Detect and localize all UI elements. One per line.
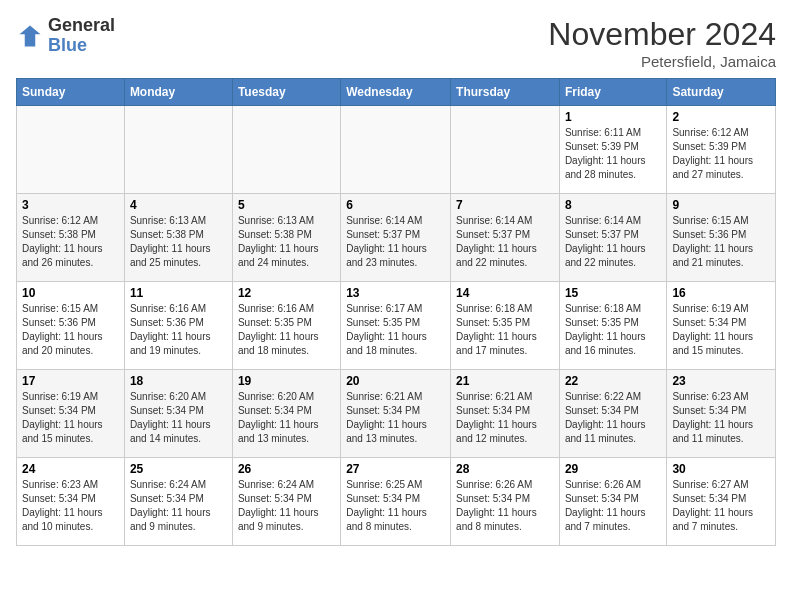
day-cell: 26Sunrise: 6:24 AM Sunset: 5:34 PM Dayli…	[232, 458, 340, 546]
day-info: Sunrise: 6:23 AM Sunset: 5:34 PM Dayligh…	[672, 390, 770, 446]
day-info: Sunrise: 6:19 AM Sunset: 5:34 PM Dayligh…	[672, 302, 770, 358]
day-info: Sunrise: 6:26 AM Sunset: 5:34 PM Dayligh…	[565, 478, 661, 534]
header-cell-monday: Monday	[124, 79, 232, 106]
day-number: 13	[346, 286, 445, 300]
day-cell: 15Sunrise: 6:18 AM Sunset: 5:35 PM Dayli…	[559, 282, 666, 370]
day-cell: 16Sunrise: 6:19 AM Sunset: 5:34 PM Dayli…	[667, 282, 776, 370]
day-info: Sunrise: 6:14 AM Sunset: 5:37 PM Dayligh…	[565, 214, 661, 270]
day-cell: 14Sunrise: 6:18 AM Sunset: 5:35 PM Dayli…	[451, 282, 560, 370]
day-info: Sunrise: 6:20 AM Sunset: 5:34 PM Dayligh…	[238, 390, 335, 446]
day-cell: 17Sunrise: 6:19 AM Sunset: 5:34 PM Dayli…	[17, 370, 125, 458]
day-cell: 9Sunrise: 6:15 AM Sunset: 5:36 PM Daylig…	[667, 194, 776, 282]
day-cell: 13Sunrise: 6:17 AM Sunset: 5:35 PM Dayli…	[341, 282, 451, 370]
day-info: Sunrise: 6:22 AM Sunset: 5:34 PM Dayligh…	[565, 390, 661, 446]
title-block: November 2024 Petersfield, Jamaica	[548, 16, 776, 70]
day-info: Sunrise: 6:15 AM Sunset: 5:36 PM Dayligh…	[22, 302, 119, 358]
day-cell: 23Sunrise: 6:23 AM Sunset: 5:34 PM Dayli…	[667, 370, 776, 458]
day-cell: 12Sunrise: 6:16 AM Sunset: 5:35 PM Dayli…	[232, 282, 340, 370]
day-info: Sunrise: 6:17 AM Sunset: 5:35 PM Dayligh…	[346, 302, 445, 358]
day-number: 3	[22, 198, 119, 212]
header-cell-wednesday: Wednesday	[341, 79, 451, 106]
day-info: Sunrise: 6:12 AM Sunset: 5:38 PM Dayligh…	[22, 214, 119, 270]
day-cell: 21Sunrise: 6:21 AM Sunset: 5:34 PM Dayli…	[451, 370, 560, 458]
day-cell	[17, 106, 125, 194]
header-cell-saturday: Saturday	[667, 79, 776, 106]
day-number: 18	[130, 374, 227, 388]
day-number: 14	[456, 286, 554, 300]
day-number: 19	[238, 374, 335, 388]
header-cell-tuesday: Tuesday	[232, 79, 340, 106]
day-info: Sunrise: 6:11 AM Sunset: 5:39 PM Dayligh…	[565, 126, 661, 182]
day-cell: 22Sunrise: 6:22 AM Sunset: 5:34 PM Dayli…	[559, 370, 666, 458]
day-number: 9	[672, 198, 770, 212]
day-cell	[451, 106, 560, 194]
day-number: 21	[456, 374, 554, 388]
day-info: Sunrise: 6:13 AM Sunset: 5:38 PM Dayligh…	[130, 214, 227, 270]
day-cell: 19Sunrise: 6:20 AM Sunset: 5:34 PM Dayli…	[232, 370, 340, 458]
day-cell	[124, 106, 232, 194]
logo-icon	[16, 22, 44, 50]
day-cell: 25Sunrise: 6:24 AM Sunset: 5:34 PM Dayli…	[124, 458, 232, 546]
day-cell: 7Sunrise: 6:14 AM Sunset: 5:37 PM Daylig…	[451, 194, 560, 282]
day-cell: 29Sunrise: 6:26 AM Sunset: 5:34 PM Dayli…	[559, 458, 666, 546]
day-info: Sunrise: 6:26 AM Sunset: 5:34 PM Dayligh…	[456, 478, 554, 534]
day-number: 5	[238, 198, 335, 212]
calendar-body: 1Sunrise: 6:11 AM Sunset: 5:39 PM Daylig…	[17, 106, 776, 546]
day-number: 30	[672, 462, 770, 476]
day-cell: 27Sunrise: 6:25 AM Sunset: 5:34 PM Dayli…	[341, 458, 451, 546]
day-cell	[232, 106, 340, 194]
day-info: Sunrise: 6:20 AM Sunset: 5:34 PM Dayligh…	[130, 390, 227, 446]
day-number: 15	[565, 286, 661, 300]
day-number: 24	[22, 462, 119, 476]
location: Petersfield, Jamaica	[548, 53, 776, 70]
week-row-3: 10Sunrise: 6:15 AM Sunset: 5:36 PM Dayli…	[17, 282, 776, 370]
day-number: 23	[672, 374, 770, 388]
day-number: 20	[346, 374, 445, 388]
day-info: Sunrise: 6:25 AM Sunset: 5:34 PM Dayligh…	[346, 478, 445, 534]
day-number: 26	[238, 462, 335, 476]
logo-general: General	[48, 15, 115, 35]
day-info: Sunrise: 6:24 AM Sunset: 5:34 PM Dayligh…	[130, 478, 227, 534]
day-number: 1	[565, 110, 661, 124]
day-cell: 18Sunrise: 6:20 AM Sunset: 5:34 PM Dayli…	[124, 370, 232, 458]
day-number: 8	[565, 198, 661, 212]
day-cell: 3Sunrise: 6:12 AM Sunset: 5:38 PM Daylig…	[17, 194, 125, 282]
week-row-5: 24Sunrise: 6:23 AM Sunset: 5:34 PM Dayli…	[17, 458, 776, 546]
day-number: 17	[22, 374, 119, 388]
day-number: 25	[130, 462, 227, 476]
day-info: Sunrise: 6:18 AM Sunset: 5:35 PM Dayligh…	[456, 302, 554, 358]
header-cell-thursday: Thursday	[451, 79, 560, 106]
day-info: Sunrise: 6:16 AM Sunset: 5:35 PM Dayligh…	[238, 302, 335, 358]
day-cell: 28Sunrise: 6:26 AM Sunset: 5:34 PM Dayli…	[451, 458, 560, 546]
day-info: Sunrise: 6:13 AM Sunset: 5:38 PM Dayligh…	[238, 214, 335, 270]
header-cell-sunday: Sunday	[17, 79, 125, 106]
day-number: 29	[565, 462, 661, 476]
day-cell: 11Sunrise: 6:16 AM Sunset: 5:36 PM Dayli…	[124, 282, 232, 370]
page-header: General Blue November 2024 Petersfield, …	[16, 16, 776, 70]
day-info: Sunrise: 6:27 AM Sunset: 5:34 PM Dayligh…	[672, 478, 770, 534]
day-info: Sunrise: 6:15 AM Sunset: 5:36 PM Dayligh…	[672, 214, 770, 270]
day-cell: 24Sunrise: 6:23 AM Sunset: 5:34 PM Dayli…	[17, 458, 125, 546]
day-number: 27	[346, 462, 445, 476]
day-number: 2	[672, 110, 770, 124]
week-row-1: 1Sunrise: 6:11 AM Sunset: 5:39 PM Daylig…	[17, 106, 776, 194]
day-info: Sunrise: 6:23 AM Sunset: 5:34 PM Dayligh…	[22, 478, 119, 534]
month-title: November 2024	[548, 16, 776, 53]
day-number: 6	[346, 198, 445, 212]
day-number: 22	[565, 374, 661, 388]
day-info: Sunrise: 6:14 AM Sunset: 5:37 PM Dayligh…	[456, 214, 554, 270]
day-cell: 4Sunrise: 6:13 AM Sunset: 5:38 PM Daylig…	[124, 194, 232, 282]
day-cell	[341, 106, 451, 194]
day-cell: 1Sunrise: 6:11 AM Sunset: 5:39 PM Daylig…	[559, 106, 666, 194]
day-cell: 20Sunrise: 6:21 AM Sunset: 5:34 PM Dayli…	[341, 370, 451, 458]
day-number: 16	[672, 286, 770, 300]
day-number: 10	[22, 286, 119, 300]
day-number: 12	[238, 286, 335, 300]
logo: General Blue	[16, 16, 115, 56]
day-number: 7	[456, 198, 554, 212]
day-cell: 30Sunrise: 6:27 AM Sunset: 5:34 PM Dayli…	[667, 458, 776, 546]
day-cell: 10Sunrise: 6:15 AM Sunset: 5:36 PM Dayli…	[17, 282, 125, 370]
day-info: Sunrise: 6:12 AM Sunset: 5:39 PM Dayligh…	[672, 126, 770, 182]
day-info: Sunrise: 6:21 AM Sunset: 5:34 PM Dayligh…	[346, 390, 445, 446]
day-info: Sunrise: 6:16 AM Sunset: 5:36 PM Dayligh…	[130, 302, 227, 358]
